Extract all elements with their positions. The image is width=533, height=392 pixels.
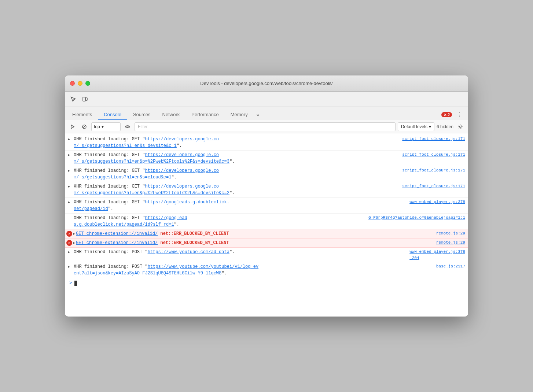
levels-arrow: ▾	[429, 124, 431, 129]
hidden-count: 6 hidden	[437, 124, 453, 129]
entry-content: XHR finished loading: GET "https://googl…	[74, 199, 407, 212]
error-circle-icon: ✕	[66, 231, 72, 237]
prompt-arrow: >	[69, 280, 72, 286]
console-body: ▶ XHR finished loading: GET "https://dev…	[65, 133, 468, 317]
levels-dropdown[interactable]: Default levels ▾	[398, 122, 434, 131]
tab-bar-right: ✕ 2 ⋮	[441, 110, 467, 120]
entry-content: XHR finished loading: GET "https://googl…	[74, 215, 365, 228]
expand-icon[interactable]: ▶	[68, 200, 70, 205]
expand-icon-error[interactable]: ▶	[73, 240, 75, 246]
list-item: ▶ XHR finished loading: GET "https://dev…	[65, 151, 468, 166]
entry-source[interactable]: script_foot_closure.js:171	[402, 152, 465, 158]
expand-icon[interactable]: ▶	[68, 137, 70, 142]
minimize-button[interactable]	[78, 81, 82, 86]
settings-button[interactable]	[456, 122, 465, 131]
entry-content: XHR finished loading: GET "https://devel…	[74, 183, 399, 196]
svg-rect-1	[86, 98, 87, 100]
tab-memory[interactable]: Memory	[225, 110, 254, 120]
expand-icon[interactable]: ▶	[68, 152, 70, 158]
svg-point-5	[127, 126, 128, 127]
tab-more-button[interactable]: »	[254, 110, 262, 120]
entry-source[interactable]: remote.js:29	[436, 230, 465, 237]
tab-bar: Elements Console Sources Network Perform…	[65, 107, 468, 120]
list-item: ▶ XHR finished loading: GET "https://goo…	[65, 198, 468, 214]
list-item: ✕ ▶ GET chrome-extension://invalid/ net:…	[65, 229, 468, 238]
devtools-window: DevTools - developers.google.com/web/too…	[65, 75, 468, 317]
entry-source[interactable]: script_foot_closure.js:171	[402, 167, 465, 174]
entry-content: XHR finished loading: GET "https://devel…	[74, 136, 399, 149]
block-button[interactable]	[80, 122, 89, 131]
svg-point-6	[460, 126, 462, 127]
entry-source[interactable]: remote.js:29	[436, 240, 465, 246]
list-item: ▶ XHR finished loading: GET "https://dev…	[65, 182, 468, 198]
svg-marker-2	[71, 125, 74, 129]
tab-sources[interactable]: Sources	[127, 110, 157, 120]
entry-source[interactable]: G_P6rpRSr4g?autohide…o=0&enablejsapi=1:1	[368, 215, 465, 221]
entry-content: GET chrome-extension://invalid/ net::ERR…	[76, 230, 433, 237]
eye-button[interactable]	[123, 122, 132, 131]
window-title: DevTools - developers.google.com/web/too…	[200, 81, 332, 86]
error-count-badge[interactable]: ✕ 2	[441, 112, 452, 117]
tab-console[interactable]: Console	[98, 110, 127, 120]
tab-performance[interactable]: Performance	[185, 110, 224, 120]
main-toolbar	[65, 92, 468, 107]
list-item: XHR finished loading: GET "https://googl…	[65, 214, 468, 229]
list-item: ✕ ▶ GET chrome-extension://invalid/ net:…	[65, 238, 468, 248]
entry-source[interactable]: www-embed-player.js:378_204	[409, 249, 465, 261]
entry-content: XHR finished loading: GET "https://devel…	[74, 152, 399, 165]
console-prompt[interactable]: >	[65, 278, 468, 288]
levels-label: Default levels	[401, 124, 427, 129]
context-arrow: ▾	[102, 124, 104, 129]
toolbar-divider-1	[93, 96, 93, 103]
tab-elements[interactable]: Elements	[66, 110, 98, 120]
prompt-cursor	[74, 281, 77, 286]
svg-line-4	[83, 125, 86, 128]
inspect-element-button[interactable]	[68, 94, 79, 104]
entry-source[interactable]: base.js:2317	[436, 263, 465, 270]
kebab-menu-button[interactable]: ⋮	[454, 110, 465, 120]
close-button[interactable]	[70, 81, 75, 86]
entry-source[interactable]: script_foot_closure.js:171	[402, 183, 465, 189]
device-toolbar-button[interactable]	[80, 94, 91, 104]
execute-button[interactable]	[68, 122, 77, 131]
context-value: top	[94, 124, 100, 129]
tab-network[interactable]: Network	[157, 110, 186, 120]
console-toolbar: top ▾ Default levels ▾ 6 hidden	[65, 120, 468, 133]
list-item: ▶ XHR finished loading: GET "https://dev…	[65, 135, 468, 151]
expand-icon[interactable]: ▶	[68, 264, 70, 270]
entry-content: XHR finished loading: GET "https://devel…	[74, 167, 399, 181]
svg-rect-0	[83, 97, 85, 101]
list-item: ▶ XHR finished loading: POST "https://ww…	[65, 262, 468, 278]
entry-source[interactable]: www-embed-player.js:378	[409, 199, 465, 205]
list-item: ▶ XHR finished loading: GET "https://dev…	[65, 166, 468, 182]
expand-icon[interactable]: ▶	[68, 184, 70, 189]
entry-source[interactable]: script_foot_closure.js:171	[402, 136, 465, 142]
expand-icon[interactable]: ▶	[68, 249, 70, 255]
error-x-icon: ✕	[444, 113, 446, 117]
entry-content: XHR finished loading: POST "https://www.…	[74, 249, 407, 255]
titlebar: DevTools - developers.google.com/web/too…	[65, 75, 468, 92]
error-count: 2	[448, 112, 450, 117]
expand-icon-error[interactable]: ▶	[73, 231, 75, 237]
filter-input[interactable]	[135, 122, 396, 131]
traffic-lights	[70, 81, 90, 86]
entry-content: GET chrome-extension://invalid/ net::ERR…	[76, 240, 433, 246]
context-select[interactable]: top ▾	[91, 122, 121, 131]
expand-icon[interactable]: ▶	[68, 168, 70, 174]
maximize-button[interactable]	[85, 81, 90, 86]
entry-content: XHR finished loading: POST "https://www.…	[74, 263, 433, 277]
error-circle-icon: ✕	[66, 240, 72, 246]
list-item: ▶ XHR finished loading: POST "https://ww…	[65, 248, 468, 262]
